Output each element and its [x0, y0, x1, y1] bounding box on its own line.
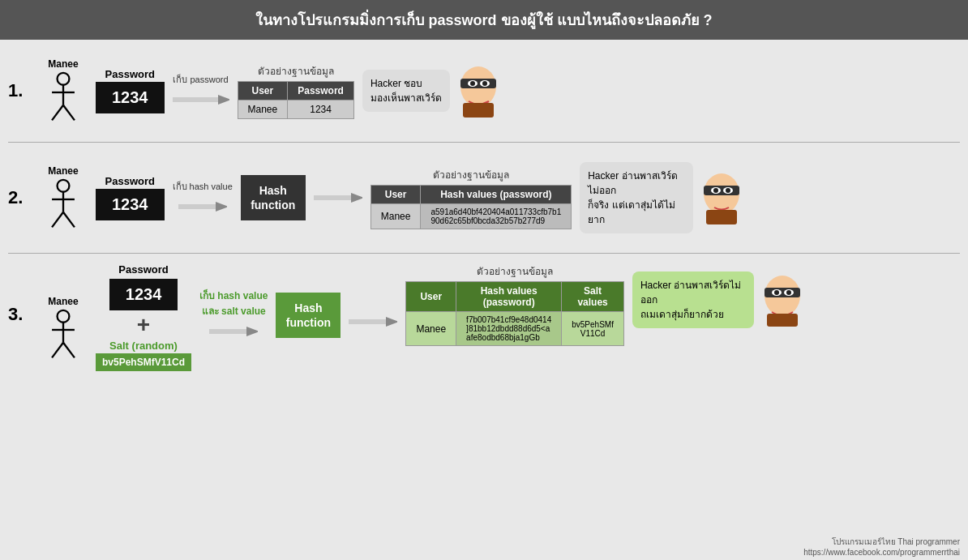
svg-rect-13 [463, 103, 494, 118]
svg-rect-21 [314, 195, 354, 200]
hash-function-3: Hash function [276, 293, 341, 338]
svg-line-18 [63, 212, 75, 227]
db-header-user-1: User [238, 81, 288, 100]
row-number-1: 1. [8, 80, 31, 101]
arrow-2a: เก็บ hash value [173, 179, 233, 216]
db-cell-salt-3: bv5PehSMfV11Cd [562, 312, 624, 346]
row-1: 1. Manee Password 1234 เก็บ password [8, 46, 960, 135]
svg-point-27 [713, 188, 718, 193]
db-3: ตัวอย่างฐานข้อมูล User Hash values (pass… [405, 263, 624, 346]
person-2: Manee [39, 165, 88, 231]
divider-2 [8, 253, 960, 254]
svg-rect-40 [765, 288, 800, 297]
hash-function-2: Hash function [241, 175, 306, 220]
db-header-password-1: Password [288, 81, 354, 100]
speech-bubble-3: Hacker อ่านพาสเวิร์ดไม่ออก ถเมเดาสุ่มก็ย… [632, 271, 754, 328]
db-cell-user-3: Manee [406, 312, 456, 346]
main-content: 1. Manee Password 1234 เก็บ password [0, 40, 968, 413]
svg-line-34 [63, 343, 75, 358]
hacker-svg-1 [456, 62, 501, 119]
person-3: Manee [39, 263, 88, 361]
svg-line-17 [52, 212, 63, 227]
speech-bubble-1: Hacker ชอบ มองเห็นพาสเวิร์ด [362, 70, 450, 112]
db-cell-hash-3: f7b007b41cf9e48d0414]81bb12dbdd88d6d5<aa… [456, 312, 562, 346]
password-group-1: Password 1234 [96, 68, 165, 113]
stick-figure-svg-2 [43, 178, 84, 231]
svg-rect-5 [173, 97, 221, 102]
svg-point-0 [58, 72, 70, 84]
svg-line-4 [63, 105, 75, 120]
arrow-svg-3a [209, 322, 258, 341]
svg-line-3 [52, 105, 63, 120]
svg-rect-19 [178, 204, 219, 209]
row-3: 3. Manee Password 1234 + Salt (random) b… [8, 260, 960, 406]
svg-rect-37 [349, 319, 389, 324]
svg-rect-24 [704, 186, 739, 195]
footer: โปรแกรมเมอร์ไทย Thai programmer https://… [803, 536, 960, 557]
db-table-3: User Hash values (password) Salt values … [405, 281, 624, 346]
svg-line-33 [52, 343, 63, 358]
arrow-2b [314, 188, 362, 207]
stick-figure-svg-1 [43, 71, 84, 124]
db-2: ตัวอย่างฐานข้อมูล User Hash values (pass… [370, 167, 572, 229]
hacker-group-2: Hacker อ่านพาสเวิร์ดไม่ออก ก็จริง แต่เดา… [580, 162, 744, 233]
hacker-svg-2 [700, 169, 744, 226]
arrow-svg-2a [178, 197, 227, 216]
svg-point-14 [58, 179, 70, 191]
password-salt-group-3: Password 1234 + Salt (random) bv5PehSMfV… [96, 263, 191, 371]
stick-figure-svg-3 [43, 309, 84, 361]
svg-point-30 [58, 310, 70, 323]
svg-point-28 [726, 188, 730, 193]
db-header-hash-3: Hash values (password) [456, 282, 562, 312]
db-header-user-2: User [370, 185, 421, 203]
db-cell-password-1: 1234 [288, 100, 354, 118]
db-header-user-3: User [406, 282, 456, 312]
svg-point-44 [786, 290, 791, 295]
hacker-group-1: Hacker ชอบ มองเห็นพาสเวิร์ด [362, 62, 501, 119]
svg-point-12 [482, 81, 487, 86]
arrow-svg-3b [349, 312, 397, 331]
svg-rect-35 [209, 329, 250, 334]
person-1: Manee [39, 58, 88, 124]
divider-1 [8, 142, 960, 143]
svg-rect-45 [767, 314, 798, 327]
row-2: 2. Manee Password 1234 เก็บ hash value [8, 149, 960, 246]
hacker-svg-3 [760, 271, 805, 328]
db-1: ตัวอย่างฐานข้อมูล User Password Manee 12… [238, 63, 354, 119]
db-cell-user-2: Manee [370, 203, 421, 229]
svg-point-43 [774, 290, 779, 295]
arrow-svg-2b [314, 188, 362, 207]
db-header-hash-2: Hash values (password) [421, 185, 572, 203]
arrow-3b [349, 263, 397, 331]
db-cell-user-1: Manee [238, 100, 288, 118]
arrow-svg-1 [173, 90, 229, 109]
arrow-3a: เก็บ hash value และ salt value [199, 263, 268, 341]
hacker-group-3: Hacker อ่านพาสเวิร์ดไม่ออก ถเมเดาสุ่มก็ย… [632, 263, 805, 328]
svg-rect-29 [706, 210, 737, 224]
row-number-2: 2. [8, 187, 31, 208]
db-table-2: User Hash values (password) Manee a591a6… [370, 185, 572, 229]
svg-point-11 [470, 81, 475, 86]
arrow-1: เก็บ password [173, 72, 229, 109]
page-title: ในทางโปรแกรมมิ่งการเก็บ password ของผู้ใ… [0, 0, 968, 40]
row-number-3: 3. [8, 263, 31, 325]
svg-rect-8 [460, 79, 496, 88]
db-table-1: User Password Manee 1234 [238, 81, 354, 119]
speech-bubble-2: Hacker อ่านพาสเวิร์ดไม่ออก ก็จริง แต่เดา… [580, 162, 693, 233]
password-group-2: Password 1234 [96, 175, 165, 220]
db-cell-hash-2: a591a6d40bf420404a011733cfb7b190d62c65bf… [421, 203, 572, 229]
db-header-salt-3: Salt values [562, 282, 624, 312]
